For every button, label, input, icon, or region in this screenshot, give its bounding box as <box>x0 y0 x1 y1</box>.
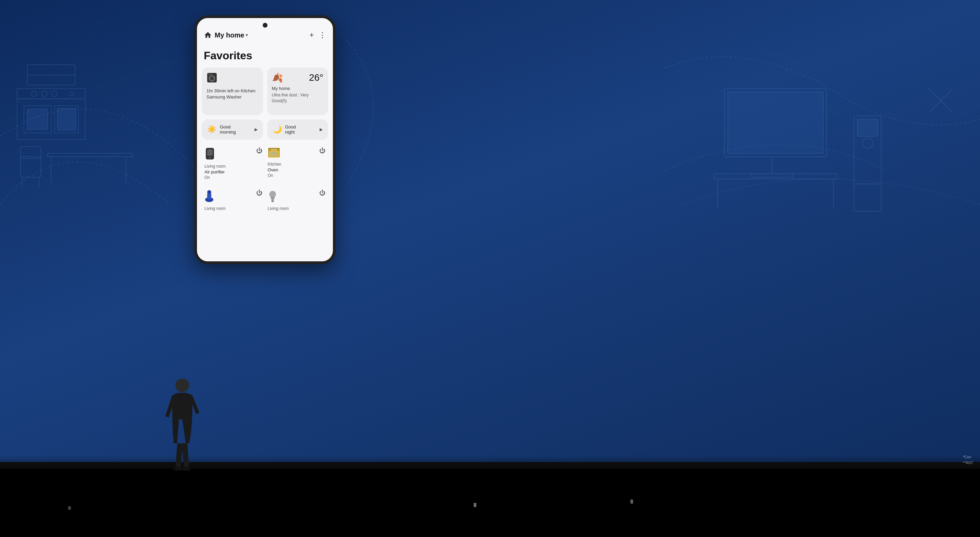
svg-point-51 <box>212 151 212 152</box>
oven-power-button[interactable]: ⏻ <box>319 147 325 154</box>
svg-point-95 <box>478 474 490 489</box>
svg-point-111 <box>805 476 817 491</box>
svg-point-47 <box>212 150 212 151</box>
footnote: *Con **AVC <box>963 454 973 466</box>
svg-rect-65 <box>270 149 277 150</box>
svg-rect-119 <box>474 503 476 507</box>
svg-point-8 <box>52 91 57 97</box>
weather-detail-text: Ultra fine dust : Very Good(5) <box>272 92 324 104</box>
air-purifier-power-button[interactable]: ⏻ <box>256 147 262 154</box>
svg-rect-25 <box>714 174 837 179</box>
svg-point-108 <box>745 476 755 489</box>
svg-point-107 <box>723 473 735 489</box>
svg-point-117 <box>928 477 939 492</box>
svg-point-99 <box>560 473 572 488</box>
air-purifier-status: On <box>204 175 262 180</box>
favorites-cards: 1hr 30min left on Kitchen Samsung Washer… <box>197 67 333 115</box>
svg-point-70 <box>269 191 276 198</box>
svg-rect-71 <box>271 200 274 202</box>
svg-point-93 <box>437 475 449 489</box>
camera-dot <box>263 23 267 28</box>
top-bar-left: My home ▾ <box>204 31 248 39</box>
svg-point-112 <box>826 478 837 491</box>
svg-point-35 <box>173 467 183 470</box>
svg-point-115 <box>887 478 899 493</box>
svg-rect-24 <box>752 174 792 177</box>
svg-point-96 <box>499 473 509 486</box>
good-morning-scene[interactable]: ☀️ Goodmorning ▶ <box>202 119 263 140</box>
svg-point-55 <box>212 153 212 153</box>
home-title[interactable]: My home ▾ <box>215 31 248 39</box>
device2-power-button[interactable]: ⏻ <box>319 189 325 197</box>
phone-screen: My home ▾ + ⋮ Favorites <box>197 18 333 261</box>
svg-point-89 <box>355 477 367 491</box>
oven-room: Kitchen <box>268 162 326 167</box>
svg-point-79 <box>151 480 163 495</box>
weather-card[interactable]: 🍂 26° My home Ultra fine dust : Very Goo… <box>267 67 328 115</box>
svg-point-82 <box>213 478 224 491</box>
top-bar: My home ▾ + ⋮ <box>197 18 333 43</box>
add-button[interactable]: + <box>309 31 314 39</box>
air-purifier-name: Air purifier <box>204 169 262 175</box>
air-purifier-device[interactable]: ⏻ Living room Air purifier On <box>202 144 265 183</box>
air-purifier-room: Living room <box>204 164 262 168</box>
weather-top: 🍂 26° <box>272 72 324 83</box>
device1-power-button[interactable]: ⏻ <box>256 189 262 197</box>
good-night-play-button[interactable]: ▶ <box>320 127 323 132</box>
bottom-devices-grid: ⏻ Living room ⏻ L <box>197 183 333 214</box>
svg-rect-22 <box>728 92 823 153</box>
svg-point-48 <box>207 151 208 152</box>
svg-point-31 <box>862 138 873 148</box>
oven-device[interactable]: ⏻ Kitchen Oven On <box>265 144 328 183</box>
svg-point-85 <box>274 478 285 493</box>
oven-status: On <box>268 173 326 178</box>
svg-point-7 <box>41 91 47 97</box>
svg-rect-29 <box>854 184 881 211</box>
svg-point-77 <box>110 481 122 495</box>
device1-room: Living room <box>204 206 262 211</box>
living-room-device-1[interactable]: ⏻ Living room <box>202 186 265 214</box>
svg-point-6 <box>31 91 37 97</box>
svg-point-49 <box>209 151 210 152</box>
footnote-line2: **AVC <box>963 460 973 466</box>
living-room-device-2[interactable]: ⏻ Living room <box>265 186 328 214</box>
svg-point-84 <box>254 477 264 490</box>
good-night-scene[interactable]: 🌙 Goodnight ▶ <box>267 119 328 140</box>
svg-point-86 <box>294 477 305 490</box>
presenter-figure <box>165 375 199 470</box>
svg-point-57 <box>209 154 210 155</box>
more-button[interactable]: ⋮ <box>318 31 326 39</box>
device2-header: ⏻ <box>268 189 326 205</box>
footnote-line1: *Con <box>963 454 973 460</box>
dropdown-arrow-icon[interactable]: ▾ <box>246 33 248 38</box>
svg-rect-122 <box>0 510 980 537</box>
svg-point-34 <box>175 378 189 392</box>
oven-header: ⏻ <box>268 147 326 160</box>
svg-point-44 <box>207 150 208 151</box>
device1-icon <box>204 189 214 205</box>
svg-point-101 <box>601 473 612 487</box>
device2-room: Living room <box>268 206 326 211</box>
svg-point-50 <box>210 151 211 152</box>
svg-point-78 <box>131 479 142 493</box>
svg-point-74 <box>49 481 60 494</box>
svg-rect-64 <box>270 152 278 156</box>
svg-rect-40 <box>208 74 210 75</box>
svg-rect-10 <box>21 157 41 177</box>
svg-rect-120 <box>630 499 633 504</box>
svg-rect-60 <box>208 157 211 159</box>
svg-point-105 <box>682 475 694 489</box>
device1-header: ⏻ <box>204 189 262 205</box>
svg-point-36 <box>182 467 191 470</box>
svg-point-92 <box>417 475 428 488</box>
svg-point-103 <box>641 475 654 490</box>
svg-point-100 <box>581 475 591 488</box>
good-morning-play-button[interactable]: ▶ <box>255 127 258 132</box>
air-purifier-icon <box>204 147 215 162</box>
washer-card[interactable]: 1hr 30min left on Kitchen Samsung Washer <box>202 67 263 115</box>
svg-point-102 <box>622 474 632 488</box>
svg-point-94 <box>458 473 469 487</box>
oven-name: Oven <box>268 167 326 172</box>
weather-location-text: My home <box>272 86 324 91</box>
washer-card-text: 1hr 30min left on Kitchen Samsung Washer <box>207 88 258 100</box>
